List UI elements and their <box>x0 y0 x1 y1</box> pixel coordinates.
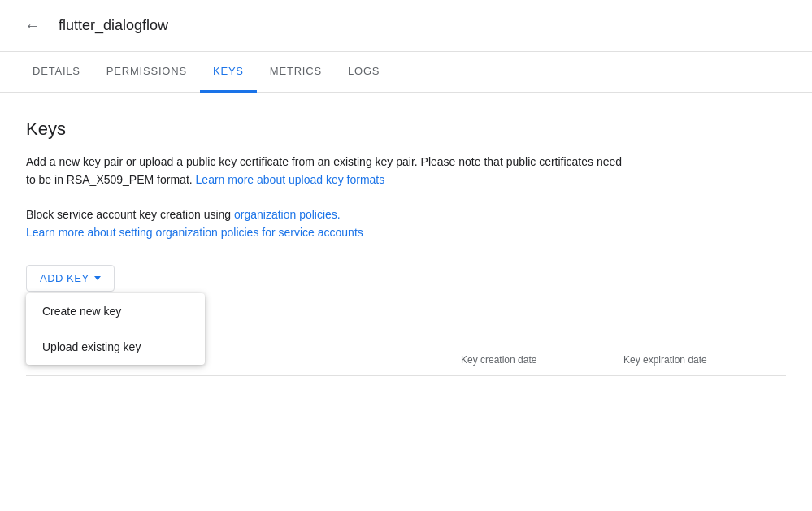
policy-section: Block service account key creation using… <box>26 206 627 242</box>
page-header-title: flutter_dialogflow <box>59 17 168 34</box>
col-header-expiration-date: Key expiration date <box>623 354 786 366</box>
upload-existing-key-item[interactable]: Upload existing key <box>26 329 205 365</box>
tab-logs[interactable]: LOGS <box>335 52 393 93</box>
add-key-button[interactable]: ADD KEY <box>26 265 115 292</box>
chevron-down-icon <box>94 276 101 280</box>
tab-keys[interactable]: KEYS <box>200 52 257 93</box>
upload-formats-link[interactable]: Learn more about upload key formats <box>196 173 385 186</box>
org-policies-link[interactable]: organization policies. <box>234 208 341 221</box>
page-title: Keys <box>26 119 786 140</box>
learn-more-link[interactable]: Learn more about setting organization po… <box>26 223 627 241</box>
add-key-dropdown: Create new key Upload existing key <box>26 293 205 365</box>
add-key-wrapper: ADD KEY Create new key Upload existing k… <box>26 265 115 292</box>
tab-details[interactable]: DETAILS <box>20 52 93 93</box>
col-header-creation-date: Key creation date <box>461 354 623 366</box>
add-key-label: ADD KEY <box>40 272 89 284</box>
create-new-key-item[interactable]: Create new key <box>26 293 205 329</box>
main-content: Keys Add a new key pair or upload a publ… <box>0 93 812 318</box>
back-button[interactable]: ← <box>20 13 46 39</box>
policy-text-part1: Block service account key creation using <box>26 208 234 221</box>
tabs-bar: DETAILS PERMISSIONS KEYS METRICS LOGS <box>0 52 812 93</box>
description-text: Add a new key pair or upload a public ke… <box>26 153 627 189</box>
tab-metrics[interactable]: METRICS <box>257 52 335 93</box>
tab-permissions[interactable]: PERMISSIONS <box>93 52 200 93</box>
header: ← flutter_dialogflow <box>0 0 812 52</box>
back-icon: ← <box>24 16 41 35</box>
